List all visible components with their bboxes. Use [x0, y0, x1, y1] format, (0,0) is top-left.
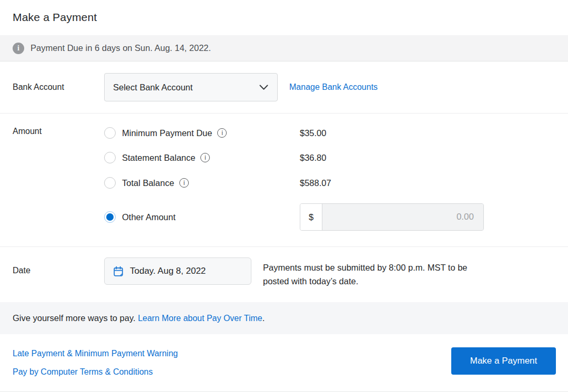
- payment-due-text: Payment Due in 6 days on Sun. Aug. 14, 2…: [31, 43, 211, 53]
- date-picker-value: Today. Aug 8, 2022: [130, 266, 206, 276]
- option-other-amount: Other Amount $: [104, 203, 484, 231]
- date-label: Date: [13, 266, 104, 288]
- pay-over-time-bar: Give yourself more ways to pay. Learn Mo…: [0, 302, 568, 334]
- pay-over-time-text: Give yourself more ways to pay. Learn Mo…: [13, 313, 265, 323]
- total-balance-info-icon[interactable]: i: [179, 178, 189, 188]
- bank-account-select-value: Select Bank Account: [113, 82, 192, 92]
- page-header: Make a Payment: [0, 0, 568, 35]
- other-amount-field: $: [300, 203, 484, 231]
- minimum-payment-due-value: $35.00: [300, 128, 326, 138]
- amount-section: Amount Minimum Payment Due i $35.00 Stat…: [0, 114, 568, 247]
- bank-account-row: Bank Account Select Bank Account Manage …: [0, 61, 568, 114]
- statement-balance-label: Statement Balance: [122, 153, 195, 163]
- date-row: Date Today. Aug 8, 2022 Payments must be…: [0, 247, 568, 302]
- page-title: Make a Payment: [13, 11, 555, 24]
- bank-account-label: Bank Account: [13, 82, 104, 92]
- statement-balance-info-icon[interactable]: i: [200, 153, 210, 162]
- make-a-payment-button[interactable]: Make a Payment: [451, 347, 556, 375]
- manage-bank-accounts-link[interactable]: Manage Bank Accounts: [289, 82, 378, 92]
- other-amount-radio[interactable]: [104, 211, 116, 223]
- statement-balance-value: $36.80: [300, 153, 326, 163]
- pay-over-time-suffix: .: [262, 313, 265, 323]
- dollar-prefix: $: [300, 204, 322, 230]
- total-balance-label: Total Balance: [122, 178, 174, 188]
- payment-due-notice: i Payment Due in 6 days on Sun. Aug. 14,…: [0, 35, 568, 61]
- option-minimum-payment-due: Minimum Payment Due i $35.00: [104, 127, 484, 139]
- footer: Late Payment & Minimum Payment Warning P…: [0, 334, 568, 391]
- minimum-payment-due-info-icon[interactable]: i: [217, 128, 227, 138]
- statement-balance-radio[interactable]: [104, 152, 116, 163]
- pay-over-time-link[interactable]: Learn More about Pay Over Time: [138, 314, 262, 323]
- other-amount-label: Other Amount: [122, 212, 176, 222]
- amount-options: Minimum Payment Due i $35.00 Statement B…: [104, 127, 484, 231]
- bank-account-select[interactable]: Select Bank Account: [104, 73, 278, 101]
- other-amount-input[interactable]: [322, 204, 483, 230]
- calendar-icon: [113, 266, 124, 277]
- chevron-down-icon: [259, 85, 268, 90]
- minimum-payment-due-radio[interactable]: [104, 127, 116, 139]
- option-statement-balance: Statement Balance i $36.80: [104, 151, 484, 164]
- total-balance-value: $588.07: [300, 178, 331, 188]
- total-balance-radio[interactable]: [104, 177, 116, 189]
- info-icon: i: [13, 43, 24, 54]
- pay-over-time-prefix: Give yourself more ways to pay.: [13, 313, 138, 323]
- option-total-balance: Total Balance i $588.07: [104, 177, 484, 189]
- payment-cutoff-note: Payments must be submitted by 8:00 p.m. …: [263, 261, 479, 288]
- make-a-payment-page: Make a Payment i Payment Due in 6 days o…: [0, 0, 568, 392]
- minimum-payment-due-label: Minimum Payment Due: [122, 128, 212, 138]
- amount-label: Amount: [13, 127, 104, 231]
- date-picker-button[interactable]: Today. Aug 8, 2022: [104, 257, 251, 285]
